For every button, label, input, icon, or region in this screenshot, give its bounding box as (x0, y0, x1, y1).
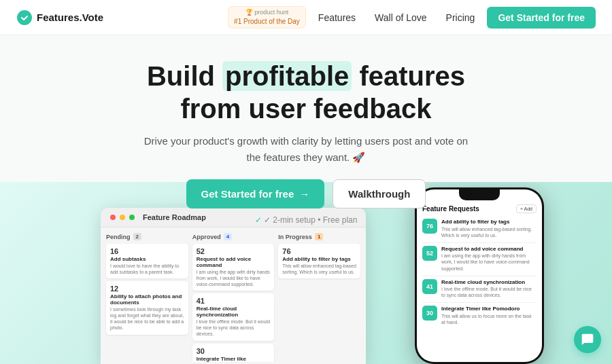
hero-subtitle: Drive your product's growth with clarity… (0, 133, 612, 166)
phone-divider (422, 302, 537, 303)
phone-card: 41 Real-time cloud synchronization I lov… (422, 279, 537, 299)
product-of-day-badge: 🏆 product hunt #1 Product of the Day (228, 6, 306, 29)
headline-before: Build (147, 61, 222, 91)
logo-icon (16, 10, 33, 26)
nav-right: 🏆 product hunt #1 Product of the Day Fea… (228, 6, 596, 29)
kanban-card: 16 Add subtasks I would love to have the… (106, 244, 188, 278)
kanban-card: 76 Add ability to filter by tags This wi… (278, 244, 360, 278)
kanban-card: 41 Real-time cloud synchronization I lov… (192, 293, 275, 340)
hero-note: ✓ ✓ 2-min setup • Free plan (0, 215, 612, 225)
kanban-col-approved: Approved 4 52 Request to add voice comma… (192, 233, 275, 357)
nav-features-link[interactable]: Features (311, 8, 362, 27)
phone-divider (422, 242, 537, 243)
kanban-card: 12 Ability to attach photos and document… (106, 281, 188, 334)
kanban-body: Pending 2 16 Add subtasks I would love t… (101, 228, 366, 362)
hero-headline: Build profitable features from user feed… (0, 60, 612, 125)
chat-icon (581, 333, 594, 346)
nav-wall-of-love-link[interactable]: Wall of Love (368, 8, 434, 27)
nav-pricing-link[interactable]: Pricing (439, 8, 482, 27)
hero-section: Build profitable features from user feed… (0, 35, 612, 238)
headline-line2: from user feedback (180, 94, 431, 124)
kanban-col-in-progress: In Progress 1 76 Add ability to filter b… (278, 233, 360, 357)
svg-point-0 (17, 10, 32, 25)
phone-card: 52 Request to add voice command I am usi… (422, 246, 537, 272)
hero-buttons: Get Started for free → Walkthrough (0, 179, 612, 208)
phone-card: 30 Integrate Timer like Pomodoro This wi… (422, 306, 537, 325)
logo[interactable]: Features.Vote (16, 10, 103, 26)
headline-after: features (352, 61, 465, 91)
chat-bubble-button[interactable] (574, 326, 601, 353)
navbar: Features.Vote 🏆 product hunt #1 Product … (0, 0, 612, 35)
headline-highlight: profitable (222, 61, 352, 91)
kanban-card: 30 Integrate Timer like Pomodoro This wi… (192, 344, 275, 362)
walkthrough-button[interactable]: Walkthrough (333, 179, 426, 208)
nav-cta-button[interactable]: Get Started for free (487, 7, 596, 29)
kanban-col-pending: Pending 2 16 Add subtasks I would love t… (106, 233, 188, 357)
kanban-card: 52 Request to add voice command I am usi… (192, 244, 275, 291)
phone-divider (422, 276, 537, 276)
get-started-button[interactable]: Get Started for free → (186, 179, 325, 208)
